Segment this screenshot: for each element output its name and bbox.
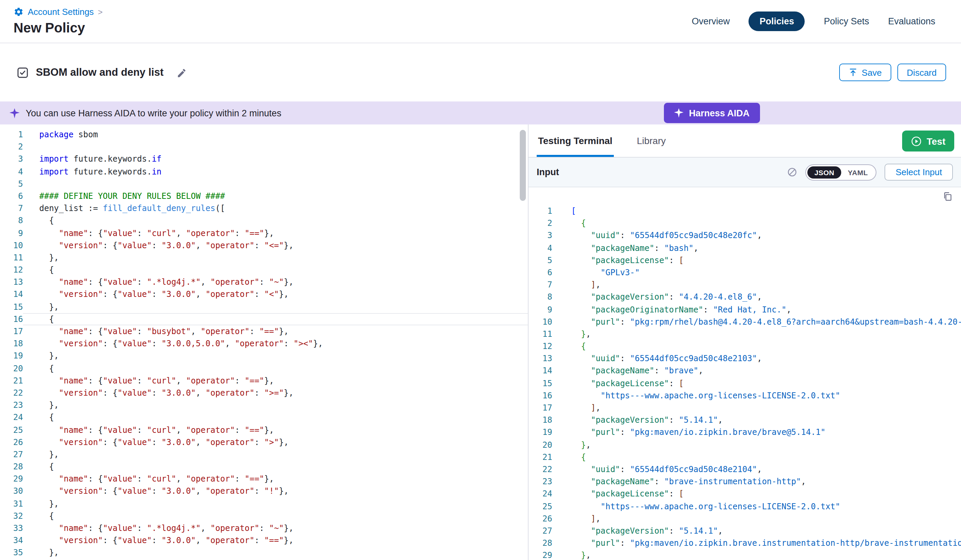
code-line[interactable]: }, (23, 448, 528, 461)
code-line[interactable]: }, (23, 547, 528, 559)
code-line[interactable]: "packageName": "bash", (552, 242, 961, 254)
code-line[interactable]: "name": {"value": "curl", "operator": "=… (23, 227, 528, 239)
code-line[interactable]: }, (552, 328, 961, 340)
code-line[interactable]: "https---www.apache.org-licenses-LICENSE… (552, 390, 961, 402)
code-line[interactable]: { (23, 510, 528, 522)
code-line[interactable]: ], (552, 279, 961, 291)
code-line[interactable]: "version": {"value": "3.0.0", "operator"… (23, 485, 528, 497)
code-row: 13 "uuid": "65544df05cc9ad50c48e2103", (529, 353, 961, 365)
tab-testing-terminal[interactable]: Testing Terminal (537, 124, 614, 157)
code-line[interactable]: "uuid": "65544df05cc9ad50c48e20fc", (552, 229, 961, 242)
code-row: 8 { (0, 215, 528, 227)
code-line[interactable]: "packageVersion": "4.4.20-4.el8_6", (552, 291, 961, 303)
code-line[interactable]: "version": {"value": "3.0.0", "operator"… (23, 239, 528, 251)
code-line[interactable]: import future.keywords.if (23, 153, 528, 165)
code-line[interactable]: { (552, 217, 961, 229)
copy-icon[interactable] (943, 191, 953, 202)
harness-aida-button[interactable]: Harness AIDA (664, 103, 760, 123)
code-line[interactable]: package sbom (23, 128, 528, 141)
tab-library[interactable]: Library (635, 124, 667, 157)
code-line[interactable]: { (23, 215, 528, 227)
gear-icon[interactable] (13, 7, 24, 17)
code-line[interactable]: #### DEFINE YOUR DENY RULES BELOW #### (23, 190, 528, 202)
code-line[interactable]: "name": {"value": "curl", "operator": "=… (23, 424, 528, 436)
code-line[interactable]: "purl": "pkg:maven/io.zipkin.brave.instr… (552, 537, 961, 549)
code-line[interactable]: "purl": "pkg:rpm/rhel/bash@4.4.20-4.el8_… (552, 316, 961, 328)
code-line[interactable]: "packageName": "brave", (552, 365, 961, 377)
code-line[interactable]: { (23, 461, 528, 473)
code-line[interactable]: deny_list := fill_default_deny_rules([ (23, 202, 528, 214)
code-line[interactable]: "version": {"value": "3.0.0", "operator"… (23, 387, 528, 399)
code-line[interactable]: "packageVersion": "5.14.1", (552, 525, 961, 537)
code-line[interactable] (23, 141, 528, 153)
code-line[interactable]: "version": {"value": "3.0.0", "operator"… (23, 289, 528, 301)
code-line[interactable]: }, (552, 439, 961, 451)
code-line[interactable]: }, (23, 301, 528, 313)
code-line[interactable]: "GPLv3-" (552, 266, 961, 279)
sparkle-icon (10, 108, 19, 118)
code-line[interactable]: "purl": "pkg:maven/io.zipkin.brave/brave… (552, 427, 961, 439)
code-line[interactable] (23, 178, 528, 190)
code-line[interactable]: { (552, 451, 961, 463)
line-number: 11 (529, 328, 552, 340)
breadcrumb-link[interactable]: Account Settings (28, 7, 94, 17)
code-row: 24 { (0, 412, 528, 424)
code-line[interactable]: "version": {"value": "3.0.0", "operator"… (23, 534, 528, 547)
code-line[interactable]: "https---www.apache.org-licenses-LICENSE… (552, 500, 961, 512)
tab-overview[interactable]: Overview (692, 16, 730, 26)
code-line[interactable]: "name": {"value": "curl", "operator": "=… (23, 375, 528, 387)
code-line[interactable]: }, (23, 350, 528, 362)
code-line[interactable]: "version": {"value": "3.0.0", "operator"… (23, 436, 528, 448)
code-line[interactable]: "packageLicense": [ (552, 488, 961, 500)
format-yaml[interactable]: YAML (841, 166, 875, 178)
save-button[interactable]: Save (839, 64, 891, 81)
prohibited-icon[interactable] (787, 167, 797, 177)
code-line[interactable]: "packageVersion": "5.14.1", (552, 414, 961, 426)
line-number: 1 (529, 205, 552, 217)
header-tabs: OverviewPoliciesPolicy SetsEvaluations (692, 11, 935, 31)
code-line[interactable]: [ (552, 205, 961, 217)
format-json[interactable]: JSON (808, 166, 841, 178)
code-line[interactable]: { (23, 362, 528, 374)
code-line[interactable]: "name": {"value": "busybot", "operator":… (23, 325, 528, 337)
editor-scrollbar[interactable] (520, 130, 526, 201)
line-number: 3 (0, 153, 23, 165)
code-line[interactable]: "packageLicense": [ (552, 254, 961, 266)
code-line[interactable]: "name": {"value": "curl", "operator": "=… (23, 473, 528, 485)
code-line[interactable]: "version": {"value": "3.0.0,5.0.0", "ope… (23, 337, 528, 350)
line-number: 27 (0, 448, 23, 461)
code-row: 14 "packageName": "brave", (529, 365, 961, 377)
code-line[interactable]: "packageLicense": [ (552, 377, 961, 389)
code-line[interactable]: { (23, 264, 528, 276)
code-line[interactable]: }, (23, 252, 528, 264)
code-line[interactable]: "name": {"value": ".*log4j.*", "operator… (23, 276, 528, 289)
code-line[interactable]: ], (552, 402, 961, 414)
code-row: 1[ (529, 205, 961, 217)
code-line[interactable]: "uuid": "65544df05cc9ad50c48e2103", (552, 353, 961, 365)
code-line[interactable]: }, (23, 399, 528, 411)
code-row: 16 { (0, 313, 528, 325)
code-line[interactable]: { (552, 340, 961, 352)
code-line[interactable]: "name": {"value": ".*log4j.*", "operator… (23, 522, 528, 534)
tab-evaluations[interactable]: Evaluations (888, 16, 935, 26)
code-line[interactable]: import future.keywords.in (23, 165, 528, 178)
code-line[interactable]: "packageName": "brave-instrumentation-ht… (552, 475, 961, 488)
code-line[interactable]: { (23, 412, 528, 424)
policy-code-editor[interactable]: 1package sbom23import future.keywords.if… (0, 124, 528, 560)
code-row: 10 "version": {"value": "3.0.0", "operat… (0, 239, 528, 251)
code-line[interactable]: "packageOriginatorName": "Red Hat, Inc."… (552, 303, 961, 316)
code-line[interactable]: }, (23, 497, 528, 510)
select-input-button[interactable]: Select Input (885, 164, 953, 181)
code-line[interactable]: }, (552, 550, 961, 560)
code-row: 5 "packageLicense": [ (529, 254, 961, 266)
test-button[interactable]: Test (902, 130, 955, 151)
input-json-viewer[interactable]: 1[2 {3 "uuid": "65544df05cc9ad50c48e20fc… (529, 187, 961, 560)
pencil-icon[interactable] (176, 67, 186, 77)
discard-button[interactable]: Discard (897, 64, 946, 81)
line-number: 29 (529, 550, 552, 560)
tab-policy-sets[interactable]: Policy Sets (824, 16, 869, 26)
code-line[interactable]: "uuid": "65544df05cc9ad50c48e2104", (552, 463, 961, 475)
tab-policies[interactable]: Policies (749, 11, 805, 31)
code-line[interactable]: ], (552, 512, 961, 525)
code-line[interactable]: { (23, 313, 528, 325)
